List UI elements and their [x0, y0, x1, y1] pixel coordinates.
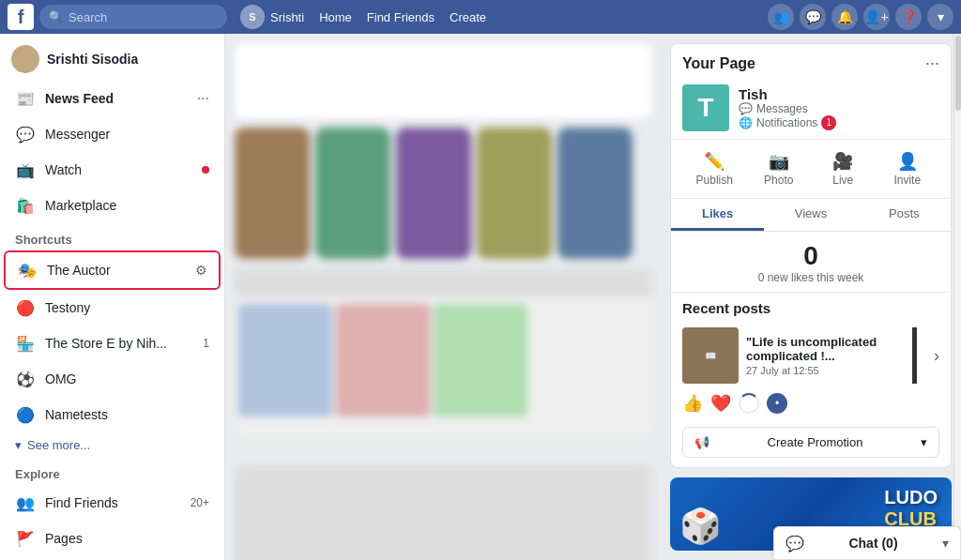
like-reaction: 👍 [682, 393, 703, 414]
find-friends-label: Find Friends [45, 495, 118, 510]
search-icon: 🔍 [49, 10, 63, 23]
find-friends-count: 20+ [191, 496, 209, 509]
the-store-label: The Store E by Nih... [45, 336, 167, 351]
tab-likes[interactable]: Likes [671, 199, 764, 231]
testony-label: Testony [45, 300, 90, 315]
sidebar-user[interactable]: Srishti Sisodia [0, 34, 224, 81]
create-link[interactable]: Create [450, 10, 486, 24]
notification-badge: 1 [821, 115, 836, 130]
scrollbar-thumb[interactable] [955, 36, 961, 111]
likes-subtitle: 0 new likes this week [671, 271, 951, 292]
invite-label: Invite [893, 174, 921, 187]
page-options-dots[interactable]: ··· [925, 53, 939, 73]
sidebar-item-groups[interactable]: 👤 Groups [4, 556, 221, 560]
pages-icon: 🚩 [15, 528, 36, 549]
pages-label: Pages [45, 531, 83, 546]
loading-spinner [739, 393, 759, 414]
sidebar-item-messenger[interactable]: 💬 Messenger [4, 116, 221, 152]
chat-collapse-icon[interactable]: ▾ [942, 536, 949, 551]
tab-views[interactable]: Views [764, 199, 857, 231]
explore-label: Explore [0, 458, 224, 485]
likes-count: 0 [671, 232, 951, 271]
messages-icon: 💬 [739, 102, 753, 115]
photo-label: Photo [764, 174, 793, 187]
help-icon-btn[interactable]: ❓ [895, 4, 922, 30]
live-action-btn[interactable]: 🎥 Live [811, 147, 876, 190]
dropdown-icon-btn[interactable]: ▾ [927, 4, 953, 30]
avatar: S [240, 5, 265, 29]
search-input[interactable] [69, 10, 200, 24]
shortcuts-label: Shortcuts [0, 223, 224, 250]
invite-action-btn[interactable]: 👤 Invite [876, 147, 940, 190]
the-store-count: 1 [203, 337, 209, 350]
messenger-icon-btn[interactable]: 💬 [800, 4, 826, 30]
news-feed-icon: 📰 [15, 88, 36, 109]
nametests-label: Nametests [45, 407, 108, 422]
top-navigation: f 🔍 S Srishti Home Find Friends Create 👥… [0, 0, 961, 34]
main-feed [225, 34, 661, 560]
watch-badge [202, 166, 209, 174]
the-auctor-settings-icon: ⚙ [195, 263, 207, 278]
next-post-btn[interactable]: › [934, 346, 939, 366]
notifications-label: Notifications [756, 116, 817, 129]
sidebar-item-marketplace[interactable]: 🛍️ Marketplace [4, 188, 221, 223]
chat-bar[interactable]: 💬 Chat (0) ▾ [773, 526, 961, 560]
live-icon: 🎥 [832, 151, 853, 172]
page-notifications-row: 🌐 Notifications 1 [739, 115, 836, 130]
see-more-shortcuts-label: See more... [27, 438, 90, 452]
messenger-label: Messenger [45, 127, 110, 142]
sidebar-item-watch[interactable]: 📺 Watch [4, 152, 221, 188]
recent-posts-label: Recent posts [671, 292, 951, 322]
live-label: Live [832, 174, 853, 187]
heart-reaction: ❤️ [710, 393, 731, 414]
page-tabs: Likes Views Posts [671, 199, 951, 232]
ludo-logo-text: LUDOCLUB [884, 487, 938, 530]
your-page-header: Your Page ··· [671, 44, 951, 79]
sidebar-item-the-auctor[interactable]: 🎭 The Auctor ⚙ [4, 250, 221, 290]
find-friends-link[interactable]: Find Friends [367, 10, 435, 24]
omg-icon: ⚽ [15, 369, 36, 389]
publish-action-btn[interactable]: ✏️ Publish [682, 147, 747, 190]
sidebar-item-news-feed[interactable]: 📰 News Feed ··· [4, 81, 221, 116]
sidebar-username: Srishti Sisodia [47, 52, 138, 67]
watch-label: Watch [45, 162, 82, 177]
omg-label: OMG [45, 371, 76, 386]
tab-posts[interactable]: Posts [858, 199, 951, 231]
blurred-feed [225, 34, 661, 560]
chat-bar-label: Chat (0) [848, 536, 897, 551]
sidebar-item-the-store[interactable]: 🏪 The Store E by Nih... 1 [4, 325, 221, 361]
photo-action-btn[interactable]: 📷 Photo [747, 147, 812, 190]
create-promotion-btn[interactable]: 📢 Create Promotion ▾ [682, 427, 939, 458]
right-panel: Your Page ··· T Tish 💬 Messages 🌐 Notifi… [661, 34, 961, 560]
user-avatar [11, 45, 39, 73]
see-more-shortcuts[interactable]: ▾ See more... [0, 432, 224, 458]
people-icon-btn[interactable]: 👥 [768, 4, 794, 30]
search-bar[interactable]: 🔍 [39, 5, 227, 29]
recent-post-date: 27 July at 12:55 [746, 365, 926, 376]
notifications-icon-btn[interactable]: 🔔 [831, 4, 858, 30]
news-feed-dots[interactable]: ··· [197, 90, 209, 107]
reaction-blue-circle: • [767, 393, 787, 414]
sidebar-item-find-friends[interactable]: 👥 Find Friends 20+ [4, 485, 221, 521]
facebook-logo[interactable]: f [8, 4, 34, 30]
nametests-icon: 🔵 [15, 404, 36, 425]
black-bar [912, 327, 917, 384]
friends-icon-btn[interactable]: 👤+ [863, 4, 890, 30]
home-link[interactable]: Home [319, 10, 352, 24]
your-page-card: Your Page ··· T Tish 💬 Messages 🌐 Notifi… [670, 43, 952, 468]
photo-icon: 📷 [769, 151, 789, 172]
notifications-page-icon: 🌐 [739, 116, 753, 129]
sidebar-item-testony[interactable]: 🔴 Testony [4, 290, 221, 325]
sidebar-item-nametests[interactable]: 🔵 Nametests [4, 397, 221, 432]
messages-label: Messages [756, 102, 808, 115]
dice-icon: 🎲 [679, 507, 722, 546]
nav-icons: 👥 💬 🔔 👤+ ❓ ▾ [768, 4, 953, 30]
watch-icon: 📺 [15, 159, 36, 180]
sidebar-item-omg[interactable]: ⚽ OMG [4, 361, 221, 397]
sidebar-item-pages[interactable]: 🚩 Pages [4, 521, 221, 556]
page-messages-row: 💬 Messages [739, 102, 836, 115]
invite-icon: 👤 [897, 151, 918, 172]
recent-post-item[interactable]: 📖 "Life is uncomplicated complicated !..… [671, 322, 951, 389]
news-feed-label: News Feed [45, 91, 114, 106]
scrollbar-track[interactable] [953, 34, 961, 526]
